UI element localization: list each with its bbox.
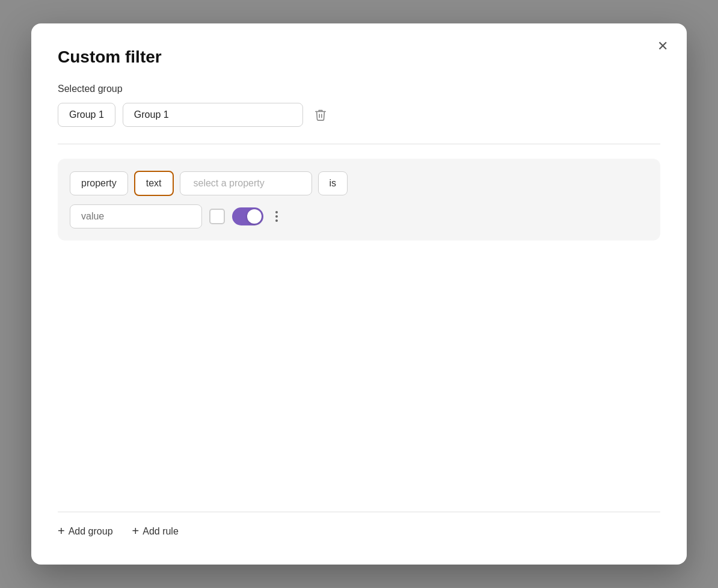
- group-chip[interactable]: Group 1: [58, 103, 115, 127]
- modal-title: Custom filter: [58, 47, 660, 67]
- filter-property-chip[interactable]: property: [70, 171, 128, 195]
- group-divider: [58, 144, 660, 144]
- add-group-label: Add group: [69, 526, 113, 537]
- add-rule-label: Add rule: [143, 526, 179, 537]
- more-dot-2: [275, 215, 278, 218]
- filter-toggle[interactable]: [232, 207, 263, 225]
- delete-group-button[interactable]: [310, 105, 331, 125]
- filter-top-row: property text select a property is: [70, 171, 648, 196]
- filter-more-button[interactable]: [271, 209, 283, 224]
- add-rule-plus-icon: +: [132, 524, 140, 538]
- trash-icon: [314, 108, 327, 121]
- custom-filter-modal: ✕ Custom filter Selected group Group 1: [31, 23, 687, 565]
- filter-bottom-row: [70, 204, 648, 228]
- add-group-button[interactable]: + Add group: [58, 524, 113, 538]
- add-rule-button[interactable]: + Add rule: [132, 524, 179, 538]
- toggle-thumb: [247, 209, 262, 224]
- filter-select-property[interactable]: select a property: [180, 171, 312, 195]
- selected-group-label: Selected group: [58, 84, 660, 94]
- filter-checkbox[interactable]: [209, 209, 225, 224]
- filter-type-chip[interactable]: text: [134, 171, 174, 196]
- group-row: Group 1: [58, 103, 660, 127]
- more-dot-3: [275, 219, 278, 222]
- group-name-input[interactable]: [123, 103, 303, 127]
- footer-actions: + Add group + Add rule: [58, 524, 660, 538]
- close-icon: ✕: [657, 38, 668, 54]
- add-group-plus-icon: +: [58, 524, 65, 538]
- filter-section: property text select a property is: [58, 159, 660, 240]
- more-dot-1: [275, 211, 278, 213]
- filter-condition-chip[interactable]: is: [318, 171, 348, 195]
- footer-divider: [58, 512, 660, 512]
- filter-value-input[interactable]: [70, 204, 202, 228]
- spacer: [58, 255, 660, 512]
- close-button[interactable]: ✕: [653, 37, 672, 56]
